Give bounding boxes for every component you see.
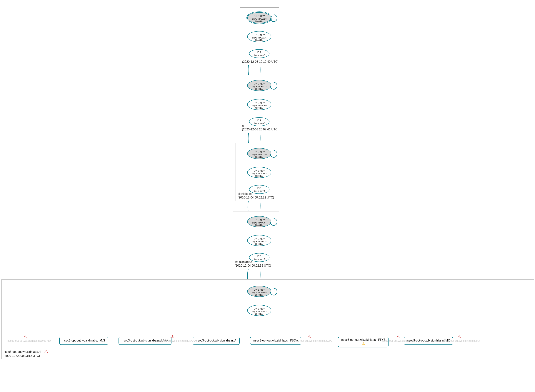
zone-name: . <box>242 56 243 60</box>
dnskey-root-zsk: DNSKEY alg=8, id=26116 2048 bits <box>247 31 271 42</box>
zone-timestamp: (2020-12-03 19:19:40 UTC) <box>242 60 278 63</box>
alert-icon: ⚠ <box>307 335 311 339</box>
warning-icon: ⚠ <box>362 342 365 345</box>
rrset-txt: nsec3-opt-out.wb.sidnlabs.nl/TXT ⚠ <box>338 337 388 347</box>
zone-timestamp: (2020-12-04 00:02:55 UTC) <box>235 264 271 267</box>
dnssec-diagram: . (2020-12-03 19:19:40 UTC) DNSKEY alg=8… <box>0 0 535 392</box>
alert-icon: ⚠ <box>171 335 174 339</box>
rrset-a: nsec3-opt-out.wb.sidnlabs.nl/A <box>193 337 240 345</box>
ds-sidnlabs: DS digest alg=2 <box>249 117 269 126</box>
dnskey-nl-ksk: DNSKEY alg=8, id=34112 2048 bits <box>247 80 271 91</box>
alert-icon: ⚠ <box>457 335 461 339</box>
dnskey-root-ksk: DNSKEY alg=8, id=20326 2048 bits <box>247 12 271 23</box>
ghost-dnskey: nsec3-opt-out.wb.sidnlabs.nl/DNSKEY <box>7 339 52 342</box>
alert-icon: ⚠ <box>23 335 27 339</box>
ds-wb: DS digest alg=2 <box>249 185 269 194</box>
dnskey-wb-zsk: DNSKEY alg=8, id=48378 2048 bits <box>247 235 271 246</box>
ghost-soa: nsec3-opt-out.wb.sidnlabs.nl/SOA <box>293 339 332 342</box>
zone-timestamp: (2020-12-04 00:03:12 UTC) <box>4 354 40 358</box>
zone-name: nl <box>242 124 244 127</box>
ghost-txt: nsec3-opt-out.wb.sidnlabs.nl/TXT <box>382 339 420 342</box>
dnskey-leaf-zsk: DNSKEY alg=8, id=22443 2048 bits <box>247 305 271 316</box>
dnskey-nl-zsk: DNSKEY alg=8, id=25290 1024 bits <box>247 99 271 110</box>
ghost-aaaa: nsec3-opt-out.wb.sidnlabs.nl/AAAA <box>156 339 196 342</box>
dnskey-sidnlabs-zsk: DNSKEY alg=8, id=20853 1024 bits <box>247 167 271 178</box>
rrset-ns: nsec3-opt-out.wb.sidnlabs.nl/NS <box>59 337 108 345</box>
zone-timestamp: (2020-12-03 20:07:41 UTC) <box>242 128 278 131</box>
dnskey-leaf-ksk: DNSKEY alg=8, id=18645 2048 bits <box>247 286 271 297</box>
ds-nl: DS digest alg=2 <box>249 49 269 58</box>
dnskey-sidnlabs-ksk: DNSKEY alg=8, id=52720 2048 bits <box>247 148 271 159</box>
dnskey-wb-ksk: DNSKEY alg=8, id=44704 2048 bits <box>247 216 271 227</box>
zone-name: sidnlabs.nl <box>238 192 252 196</box>
alert-icon: ⚠ <box>44 349 48 354</box>
ds-leaf: DS digest alg=2 <box>249 253 269 262</box>
zone-name: wb.sidnlabs.nl <box>235 260 253 264</box>
zone-timestamp: (2020-12-04 00:02:52 UTC) <box>238 196 274 199</box>
alert-icon: ⚠ <box>396 335 400 339</box>
zone-name: nsec3-opt-out.wb.sidnlabs.nl <box>4 350 41 354</box>
ghost-mx: nsec3-opt-out.wb.sidnlabs.nl/MX <box>443 339 480 342</box>
